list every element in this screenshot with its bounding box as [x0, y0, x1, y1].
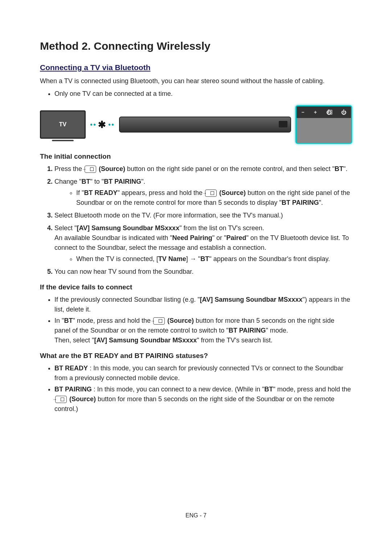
power-icon: ⏻ [341, 109, 346, 115]
step-3: Select Bluetooth mode on the TV. (For mo… [54, 211, 352, 220]
source-icon [205, 190, 217, 197]
status-list: BT READY : In this mode, you can search … [40, 363, 352, 414]
soundbar-illustration [119, 117, 291, 133]
bluetooth-icon: ✱ [98, 119, 107, 130]
step-5: You can now hear TV sound from the Sound… [54, 267, 352, 277]
source-icon [55, 396, 67, 403]
subheading-statuses: What are the BT READY and BT PAIRING sta… [40, 352, 352, 360]
source-icon [153, 317, 165, 325]
intro-text: When a TV is connected using Bluetooth, … [40, 76, 352, 86]
step-1: Press the (Source) button on the right s… [54, 164, 352, 174]
fail-item-2: In "BT" mode, press and hold the (Source… [54, 316, 352, 345]
status-pairing: BT PAIRING : In this mode, you can conne… [54, 385, 352, 414]
page-title: Method 2. Connecting Wirelessly [40, 40, 352, 52]
connection-diagram: TV ••✱•• − + ⏻⃞ ⏻ [40, 105, 352, 144]
section-heading-bluetooth: Connecting a TV via Bluetooth [40, 63, 352, 72]
minus-icon: − [301, 109, 304, 115]
fail-item-1: If the previously connected Soundbar lis… [54, 295, 352, 314]
bluetooth-link-illustration: ••✱•• [90, 119, 115, 130]
subheading-fail: If the device fails to connect [40, 283, 352, 291]
step-2-sub: If "BT READY" appears, press and hold th… [76, 188, 352, 208]
intro-bullet: Only one TV can be connected at a time. [54, 89, 352, 99]
fail-list: If the previously connected Soundbar lis… [40, 295, 352, 345]
step-2: Change "BT" to "BT PAIRING". If "BT READ… [54, 177, 352, 208]
status-ready: BT READY : In this mode, you can search … [54, 363, 352, 383]
page-footer: ENG - 7 [0, 512, 392, 519]
step-4: Select "[AV] Samsung Soundbar MSxxxx" fr… [54, 223, 352, 264]
side-panel-illustration: − + ⏻⃞ ⏻ [295, 105, 352, 144]
source-panel-icon: ⏻⃞ [326, 109, 331, 115]
plus-icon: + [314, 109, 317, 115]
initial-connection-steps: Press the (Source) button on the right s… [40, 164, 352, 277]
tv-illustration: TV [40, 110, 86, 139]
source-icon [85, 166, 96, 173]
subheading-initial-connection: The initial connection [40, 152, 352, 160]
step-4-sub: When the TV is connected, [TV Name] → "B… [76, 254, 352, 264]
tv-label: TV [59, 121, 66, 128]
